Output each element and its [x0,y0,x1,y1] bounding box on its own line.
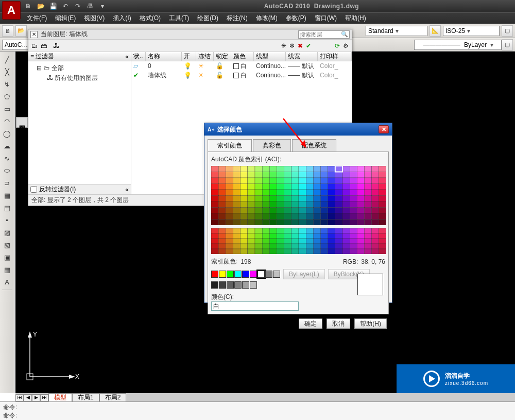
collapse-icon[interactable]: « [125,53,129,60]
line-icon[interactable]: ╱ [2,54,13,65]
svg-rect-25 [328,166,335,172]
qat-dropdown-icon[interactable]: ▾ [97,1,108,12]
new-layer-freeze-icon[interactable]: ❄ [289,42,295,49]
tab-prev-icon[interactable]: ◀ [24,394,32,401]
hatch-icon[interactable]: ▨ [2,227,13,238]
menu-dim[interactable]: 标注(N) [222,13,252,24]
table-row[interactable]: ▱ 0 💡 ☀ 🔓 白 Continuo... —— 默认 Color_ [131,61,352,71]
cancel-button[interactable]: 取消 [327,318,350,329]
revcloud-icon[interactable]: ☁ [2,140,13,152]
menu-format[interactable]: 格式(O) [135,13,165,24]
ellipse-arc-icon[interactable]: ⊃ [2,177,13,189]
tab-first-icon[interactable]: ⏮ [15,394,24,401]
svg-rect-350 [241,249,248,254]
svg-rect-265 [321,228,328,233]
dim-combo[interactable]: ISO-25▾ [443,26,500,36]
tab-model[interactable]: 模型 [48,393,72,401]
tab-next-icon[interactable]: ▶ [32,394,40,401]
command-line[interactable]: 命令: 命令: [0,401,515,420]
aci-palette-bottom[interactable] [211,228,386,254]
qat-save-icon[interactable]: 💾 [47,1,59,12]
spline-icon[interactable]: ∿ [2,153,13,164]
layer-filter-icon[interactable]: 🖧 [53,42,59,49]
menu-view[interactable]: 视图(V) [80,13,109,24]
menu-insert[interactable]: 插入(I) [109,13,135,24]
collapse2-icon[interactable]: « [125,186,129,193]
svg-rect-155 [226,201,233,208]
text-icon[interactable]: A [2,276,13,288]
qat-print-icon[interactable]: 🖶 [84,1,96,12]
standard-colors[interactable] [211,271,280,278]
qat-new-icon[interactable]: 🗎 [23,1,34,12]
svg-rect-324 [226,244,233,249]
qat-redo-icon[interactable]: ↷ [72,1,83,12]
refresh-icon[interactable]: ⟳ [335,42,340,49]
tab-last-icon[interactable]: ⏭ [40,394,48,401]
arc-icon[interactable]: ◠ [2,115,13,127]
polygon-icon[interactable]: ⬠ [2,91,13,102]
tab-layout2[interactable]: 布局2 [99,393,127,401]
menu-modify[interactable]: 修改(M) [252,13,282,24]
tool-more-icon[interactable]: ▢ [502,25,513,37]
menu-window[interactable]: 窗口(W) [311,13,341,24]
pline-icon[interactable]: ↯ [2,78,13,90]
point-icon[interactable]: • [2,214,13,226]
insert-block-icon[interactable]: ▦ [2,190,13,201]
svg-rect-173 [357,201,364,208]
aci-palette[interactable] [211,166,386,225]
svg-rect-260 [284,228,291,233]
tab-layout1[interactable]: 布局1 [72,393,99,401]
menu-help[interactable]: 帮助(H) [341,13,370,24]
menu-edit[interactable]: 编辑(E) [51,13,80,24]
ok-button[interactable]: 确定 [299,318,322,329]
filter-expand-icon[interactable]: ≡ [30,53,34,60]
tab-index-color[interactable]: 索引颜色 [208,139,252,152]
rect-icon[interactable]: ▭ [2,103,13,114]
set-current-icon[interactable]: ✔ [306,42,311,49]
menu-draw[interactable]: 绘图(D) [193,13,222,24]
menu-param[interactable]: 参数(P) [282,13,311,24]
bylayer-more-icon[interactable]: ▢ [502,39,513,51]
color-name-input[interactable] [211,301,299,311]
new-layer-icon[interactable]: ✳ [281,42,286,49]
tab-colorbook[interactable]: 配色系统 [292,139,336,152]
settings-icon[interactable]: ⚙ [343,42,349,49]
make-block-icon[interactable]: ▤ [2,202,13,213]
circle-icon[interactable]: ◯ [2,128,13,139]
svg-rect-57 [211,178,218,184]
layer-state2-icon[interactable]: 🗃 [41,42,47,49]
tool-open-icon[interactable]: 📂 [15,25,27,37]
qat-open-icon[interactable]: 📂 [35,1,46,12]
ellipse-icon[interactable]: ⬭ [2,165,13,176]
tool-new-icon[interactable]: 🗎 [2,25,13,37]
table-row[interactable]: ✔ 墙体线 💡 ☀ 🔓 白 Continuo... —— 默认 Color_ [131,71,352,80]
svg-rect-176 [379,201,386,208]
menu-tools[interactable]: 工具(T) [165,13,193,24]
svg-rect-337 [321,244,328,249]
gradient-icon[interactable]: ▧ [2,239,13,250]
bylayer-combo[interactable]: —————— ByLayer ▾ [414,40,502,50]
xline-icon[interactable]: ╳ [2,66,13,77]
delete-layer-icon[interactable]: ✖ [298,42,303,49]
tab-truecolor[interactable]: 真彩色 [253,139,291,152]
color-dialog-titlebar[interactable]: A⚬ 选择颜色 ✕ [204,123,392,136]
style-combo[interactable]: Standard▾ [366,26,427,36]
help-button[interactable]: 帮助(H) [354,318,387,329]
svg-rect-71 [313,178,320,184]
svg-rect-294 [357,233,364,239]
filter-tree[interactable]: ⊟ 🗁 全部 🖧 所有使用的图层 [28,61,131,184]
app-logo[interactable]: A [2,1,21,20]
dialog-close-icon[interactable]: ✕ [379,125,389,133]
region-icon[interactable]: ▣ [2,251,13,263]
layer-search[interactable]: 🔍 [298,30,350,39]
layer-search-input[interactable] [299,31,340,38]
bylayer-button[interactable]: ByLayer(L) [283,269,325,279]
invert-filter-checkbox[interactable] [30,186,37,193]
layer-state-icon[interactable]: 🗂 [31,42,38,49]
search-icon[interactable]: 🔍 [340,31,349,38]
table-icon[interactable]: ▦ [2,264,13,275]
menu-file[interactable]: 文件(F) [23,13,51,24]
layer-panel-close-icon[interactable]: ✕ [30,31,38,38]
dim-icon[interactable]: 📐 [430,25,441,37]
qat-undo-icon[interactable]: ↶ [60,1,71,12]
